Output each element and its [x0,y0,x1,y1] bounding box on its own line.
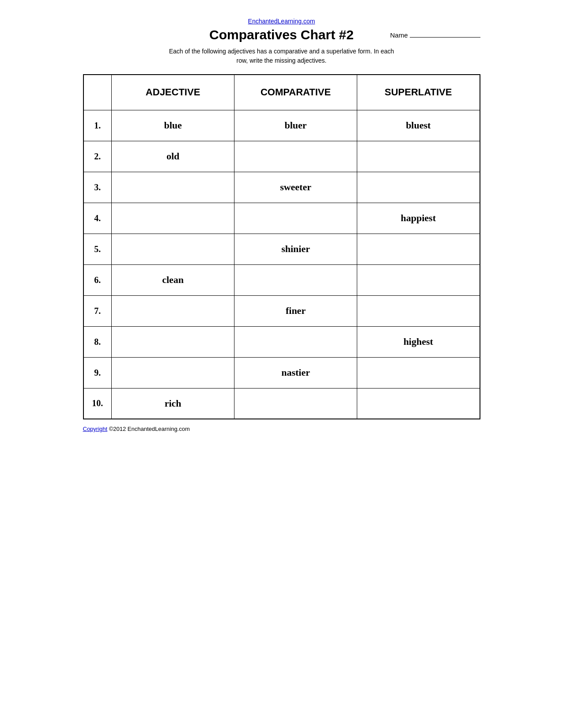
row-comparative [234,141,357,172]
row-comparative [234,203,357,234]
row-num: 5. [83,234,112,264]
row-superlative [357,295,480,326]
row-num: 9. [83,357,112,388]
table-header-row: ADJECTIVE COMPARATIVE SUPERLATIVE [83,75,480,110]
table-row: 9.nastier [83,357,480,388]
row-num: 7. [83,295,112,326]
row-adjective: old [112,141,234,172]
copyright-text: ©2012 EnchantedLearning.com [107,426,190,432]
table-row: 3.sweeter [83,172,480,203]
row-num: 10. [83,388,112,419]
row-adjective: clean [112,264,234,295]
row-adjective [112,295,234,326]
subtitle: Each of the following adjectives has a c… [169,47,394,65]
row-superlative: highest [357,326,480,357]
row-num: 3. [83,172,112,203]
row-comparative: shinier [234,234,357,264]
row-num: 8. [83,326,112,357]
table-row: 5.shinier [83,234,480,264]
row-comparative: sweeter [234,172,357,203]
title-row: Comparatives Chart #2 Name [83,27,480,42]
row-adjective [112,326,234,357]
row-adjective [112,234,234,264]
row-num: 6. [83,264,112,295]
footer: Copyright ©2012 EnchantedLearning.com [83,426,480,432]
row-comparative: nastier [234,357,357,388]
table-row: 6.clean [83,264,480,295]
page-title: Comparatives Chart #2 [209,27,354,42]
row-comparative [234,326,357,357]
row-num: 2. [83,141,112,172]
copyright-link[interactable]: Copyright [83,426,108,432]
row-adjective [112,357,234,388]
row-superlative [357,172,480,203]
subtitle-line1: Each of the following adjectives has a c… [169,48,394,55]
name-label: Name [390,31,408,39]
table-row: 2.old [83,141,480,172]
row-superlative [357,357,480,388]
name-field: Name [390,31,480,39]
table-row: 4.happiest [83,203,480,234]
row-adjective [112,203,234,234]
row-adjective [112,172,234,203]
page-container: EnchantedLearning.com Comparatives Chart… [83,18,480,710]
col-superlative-header: SUPERLATIVE [357,75,480,110]
row-superlative: happiest [357,203,480,234]
table-row: 10.rich [83,388,480,419]
col-adjective-header: ADJECTIVE [112,75,234,110]
row-superlative [357,388,480,419]
name-line[interactable] [410,37,480,38]
row-superlative [357,234,480,264]
row-adjective: blue [112,110,234,141]
comparatives-table: ADJECTIVE COMPARATIVE SUPERLATIVE 1.blue… [83,74,480,419]
row-comparative: finer [234,295,357,326]
row-comparative [234,388,357,419]
row-superlative [357,264,480,295]
col-num-header [83,75,112,110]
row-comparative [234,264,357,295]
row-comparative: bluer [234,110,357,141]
row-superlative [357,141,480,172]
table-row: 8.highest [83,326,480,357]
row-num: 1. [83,110,112,141]
col-comparative-header: COMPARATIVE [234,75,357,110]
site-link[interactable]: EnchantedLearning.com [248,18,315,25]
row-adjective: rich [112,388,234,419]
subtitle-line2: row, write the missing adjectives. [237,57,327,64]
table-row: 7.finer [83,295,480,326]
table-row: 1.bluebluerbluest [83,110,480,141]
row-num: 4. [83,203,112,234]
row-superlative: bluest [357,110,480,141]
